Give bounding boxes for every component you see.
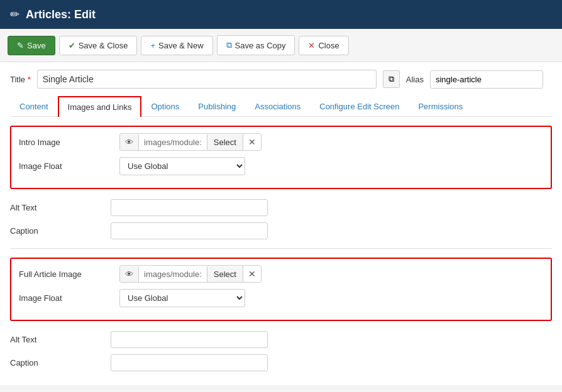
page-header: ✏ Articles: Edit — [0, 0, 562, 29]
checkmark-icon: ✔ — [69, 41, 75, 50]
intro-caption-row: Caption — [10, 222, 552, 239]
tabs-bar: Content Images and Links Options Publish… — [10, 96, 552, 117]
close-icon: ✕ — [308, 41, 315, 50]
intro-alt-label: Alt Text — [10, 203, 104, 212]
title-copy-button[interactable]: ⧉ — [383, 70, 400, 88]
title-row: Title * ⧉ Alias — [10, 70, 552, 89]
save-new-button[interactable]: + Save & New — [141, 36, 212, 55]
intro-image-clear-button[interactable]: ✕ — [243, 134, 261, 150]
full-caption-input[interactable] — [111, 354, 268, 371]
intro-image-select-button[interactable]: Select — [207, 134, 243, 150]
intro-float-select[interactable]: Use Global None Left Right — [119, 157, 245, 175]
alias-input[interactable] — [430, 70, 543, 89]
full-image-preview-button[interactable]: 👁 — [120, 266, 139, 282]
full-alt-input[interactable] — [111, 331, 268, 348]
intro-image-preview-button[interactable]: 👁 — [120, 134, 139, 150]
save-close-button[interactable]: ✔ Save & Close — [59, 36, 138, 55]
intro-caption-label: Caption — [10, 226, 104, 236]
full-image-input-group: 👁 images/module: Select ✕ — [119, 265, 262, 283]
intro-image-path: images/module: — [139, 134, 207, 150]
full-caption-label: Caption — [10, 358, 104, 368]
save-icon: ✎ — [17, 41, 24, 50]
full-alt-label: Alt Text — [10, 335, 104, 344]
intro-alt-input[interactable] — [111, 199, 268, 216]
intro-image-input-group: 👁 images/module: Select ✕ — [119, 133, 262, 151]
title-label: Title * — [10, 75, 31, 84]
required-marker: * — [28, 75, 31, 84]
full-image-field-row: Full Article Image 👁 images/module: Sele… — [19, 265, 543, 283]
edit-icon: ✏ — [10, 8, 19, 21]
full-image-path: images/module: — [139, 266, 207, 282]
plus-icon: + — [150, 41, 155, 50]
full-image-select-button[interactable]: Select — [207, 266, 243, 282]
full-alt-row: Alt Text — [10, 331, 552, 348]
intro-image-section: Intro Image 👁 images/module: Select ✕ Im… — [10, 126, 552, 189]
alias-label: Alias — [406, 75, 424, 84]
copy-icon: ⧉ — [226, 40, 232, 50]
main-content: Title * ⧉ Alias Content Images and Links… — [0, 62, 562, 385]
intro-float-field-row: Image Float Use Global None Left Right — [19, 157, 543, 175]
full-float-select[interactable]: Use Global None Left Right — [119, 289, 245, 307]
intro-image-field-row: Intro Image 👁 images/module: Select ✕ — [19, 133, 543, 151]
intro-float-label: Image Float — [19, 161, 113, 171]
full-image-section: Full Article Image 👁 images/module: Sele… — [10, 258, 552, 321]
tab-associations[interactable]: Associations — [245, 96, 310, 117]
toolbar: ✎ Save ✔ Save & Close + Save & New ⧉ Sav… — [0, 29, 562, 62]
save-copy-button[interactable]: ⧉ Save as Copy — [217, 35, 295, 55]
full-float-label: Image Float — [19, 293, 113, 303]
page-title: Articles: Edit — [26, 8, 96, 21]
save-button[interactable]: ✎ Save — [8, 36, 55, 55]
full-image-label: Full Article Image — [19, 270, 113, 279]
tab-configure-edit[interactable]: Configure Edit Screen — [310, 96, 409, 117]
title-input[interactable] — [37, 70, 377, 89]
section-divider — [10, 248, 552, 249]
tab-images-links[interactable]: Images and Links — [58, 96, 142, 117]
intro-caption-input[interactable] — [111, 222, 268, 239]
intro-alt-row: Alt Text — [10, 199, 552, 216]
intro-image-label: Intro Image — [19, 138, 113, 147]
full-float-field-row: Image Float Use Global None Left Right — [19, 289, 543, 307]
tab-publishing[interactable]: Publishing — [189, 96, 245, 117]
full-image-clear-button[interactable]: ✕ — [243, 266, 261, 282]
close-button[interactable]: ✕ Close — [299, 36, 348, 55]
tab-permissions[interactable]: Permissions — [409, 96, 472, 117]
full-caption-row: Caption — [10, 354, 552, 371]
tab-options[interactable]: Options — [141, 96, 189, 117]
tab-content[interactable]: Content — [10, 96, 58, 117]
